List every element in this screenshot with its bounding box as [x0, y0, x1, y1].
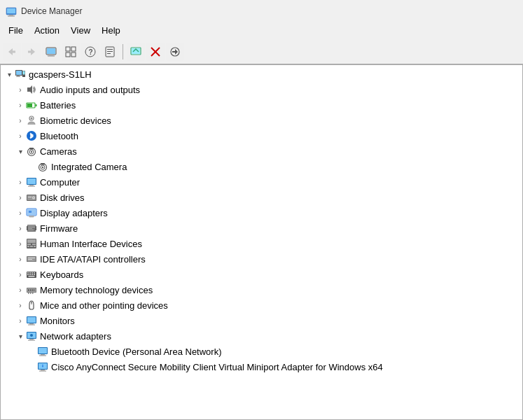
- svg-rect-48: [41, 163, 45, 165]
- icon-keyboard: [26, 269, 37, 280]
- tree-item-hid[interactable]: Human Interface Devices: [1, 236, 522, 251]
- btn-computer[interactable]: [42, 43, 60, 61]
- svg-rect-21: [107, 53, 111, 54]
- svg-rect-80: [28, 259, 32, 260]
- tree-label-bluetooth: Bluetooth: [40, 131, 78, 141]
- tree-item-cisco[interactable]: Cisco AnyConnect Secure Mobility Client …: [1, 359, 522, 374]
- svg-rect-66: [28, 228, 32, 229]
- tree-item-bt-device[interactable]: Bluetooth Device (Personal Area Network): [1, 344, 522, 359]
- svg-rect-71: [27, 239, 36, 243]
- device-tree-panel[interactable]: gcaspers-S1LH Audio inputs and outputs: [0, 64, 523, 420]
- tree-label-biometric: Biometric devices: [40, 115, 111, 126]
- tree-item-disk[interactable]: Disk drives: [1, 190, 522, 205]
- expand-monitors[interactable]: [15, 315, 26, 326]
- tree-item-firmware[interactable]: Firmware: [1, 220, 522, 236]
- app-icon: [6, 6, 17, 17]
- svg-point-120: [42, 366, 43, 368]
- tree-label-network: Network adapters: [40, 331, 111, 342]
- svg-rect-95: [30, 289, 32, 291]
- btn-monitor[interactable]: [127, 43, 145, 61]
- menu-action[interactable]: Action: [29, 24, 65, 37]
- svg-rect-72: [27, 244, 31, 245]
- menu-view[interactable]: View: [65, 24, 96, 37]
- svg-rect-13: [71, 47, 76, 51]
- svg-rect-121: [42, 365, 43, 365]
- svg-rect-7: [28, 50, 31, 52]
- tree-item-biometric[interactable]: Biometric devices: [1, 113, 522, 128]
- tree-item-memory[interactable]: Memory technology devices: [1, 282, 522, 298]
- svg-rect-1: [7, 8, 15, 13]
- svg-rect-37: [36, 104, 37, 106]
- tree-item-network[interactable]: Network adapters: [1, 328, 522, 344]
- svg-rect-83: [27, 272, 29, 274]
- tree-label-bt-device: Bluetooth Device (Personal Area Network): [51, 346, 222, 357]
- expand-root[interactable]: [4, 69, 15, 80]
- expand-network[interactable]: [15, 330, 26, 342]
- svg-rect-110: [28, 340, 35, 341]
- icon-cisco: [37, 361, 48, 372]
- expand-hid[interactable]: [15, 238, 26, 249]
- title-bar-text: Device Manager: [21, 6, 82, 16]
- expand-audio[interactable]: [15, 84, 26, 95]
- svg-rect-57: [28, 197, 32, 197]
- expand-memory[interactable]: [15, 284, 26, 295]
- tree-item-monitors[interactable]: Monitors: [1, 313, 522, 328]
- tree-item-display[interactable]: Display adapters: [1, 205, 522, 220]
- expand-disk[interactable]: [15, 192, 26, 203]
- svg-rect-44: [29, 148, 34, 150]
- svg-rect-76: [34, 246, 36, 247]
- svg-rect-89: [32, 274, 33, 276]
- tree-label-root: gcaspers-S1LH: [29, 69, 92, 80]
- svg-rect-68: [27, 226, 28, 230]
- svg-rect-94: [28, 289, 29, 291]
- menu-file[interactable]: File: [3, 24, 29, 37]
- svg-rect-11: [48, 55, 55, 56]
- btn-update[interactable]: [166, 43, 184, 61]
- expand-keyboard[interactable]: [15, 269, 26, 280]
- tree-item-ide[interactable]: IDE ATA/ATAPI controllers: [1, 251, 522, 267]
- tree-item-batteries[interactable]: Batteries: [1, 97, 522, 113]
- tree-item-keyboard[interactable]: Keyboards: [1, 267, 522, 282]
- btn-details[interactable]: [101, 43, 119, 61]
- svg-rect-9: [47, 48, 55, 54]
- expand-computer[interactable]: [15, 176, 26, 188]
- btn-forward[interactable]: [22, 43, 41, 61]
- btn-view[interactable]: [62, 43, 80, 61]
- icon-root: [15, 69, 26, 80]
- expand-cameras[interactable]: [15, 146, 26, 157]
- svg-marker-27: [172, 49, 178, 55]
- svg-rect-12: [66, 47, 70, 51]
- btn-back[interactable]: [3, 43, 21, 61]
- tree-item-root[interactable]: gcaspers-S1LH: [1, 66, 522, 82]
- expand-biometric[interactable]: [15, 115, 26, 126]
- tree-item-mice[interactable]: Mice and other pointing devices: [1, 298, 522, 313]
- tree-item-audio[interactable]: Audio inputs and outputs: [1, 82, 522, 97]
- expand-ide[interactable]: [15, 253, 26, 265]
- svg-rect-67: [28, 230, 34, 230]
- expand-batteries[interactable]: [15, 99, 26, 111]
- svg-rect-99: [30, 293, 32, 294]
- expand-bluetooth[interactable]: [15, 130, 26, 141]
- tree-item-computer[interactable]: Computer: [1, 174, 522, 190]
- tree-item-bluetooth[interactable]: Bluetooth: [1, 128, 522, 144]
- icon-int-camera: [37, 161, 48, 172]
- svg-rect-61: [29, 217, 34, 218]
- btn-help[interactable]: ?: [81, 43, 99, 61]
- tree-item-int-camera[interactable]: Integrated Camera: [1, 159, 522, 174]
- toolbar: ?: [0, 39, 523, 64]
- tree-label-disk: Disk drives: [40, 192, 85, 203]
- svg-rect-79: [28, 258, 35, 258]
- btn-uninstall[interactable]: [146, 43, 165, 61]
- svg-rect-33: [23, 71, 25, 75]
- tree-label-batteries: Batteries: [40, 100, 76, 111]
- tree-item-cameras[interactable]: Cameras: [1, 144, 522, 159]
- svg-rect-50: [27, 178, 36, 184]
- svg-rect-84: [29, 272, 31, 274]
- svg-rect-119: [39, 371, 46, 372]
- expand-mice[interactable]: [15, 300, 26, 311]
- expand-display[interactable]: [15, 207, 26, 218]
- tree-label-ide: IDE ATA/ATAPI controllers: [40, 254, 146, 265]
- icon-hid: [26, 238, 37, 249]
- expand-firmware[interactable]: [15, 223, 26, 234]
- menu-help[interactable]: Help: [96, 24, 126, 37]
